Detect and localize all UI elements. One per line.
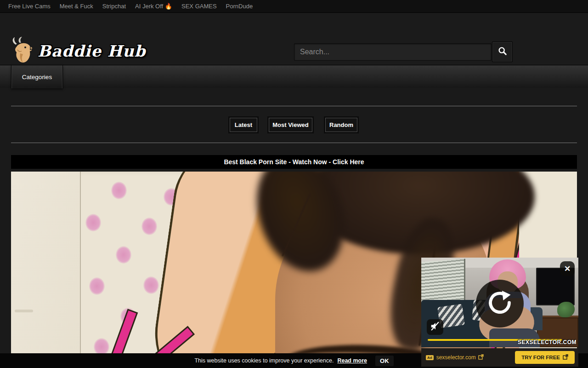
topbar-link-ai-jerk-off[interactable]: AI Jerk Off 🔥 — [130, 0, 177, 13]
polka-dot — [85, 214, 101, 231]
site-title: Baddie Hub — [38, 42, 146, 60]
polka-dot — [143, 276, 159, 294]
divider-top — [11, 106, 577, 106]
ad-site-label: sexselector.com — [436, 354, 476, 361]
ad-site-link[interactable]: sexselector.com — [436, 354, 484, 361]
wall-seam — [80, 172, 81, 368]
ad-plant — [557, 302, 575, 317]
cookie-read-more-link[interactable]: Read more — [337, 357, 367, 364]
search-input[interactable] — [294, 43, 492, 61]
close-icon: ✕ — [564, 264, 571, 274]
cookie-ok-button[interactable]: OK — [375, 356, 394, 366]
tab-latest[interactable]: Latest — [230, 118, 257, 132]
goat-logo-icon — [10, 36, 35, 66]
replay-button[interactable] — [476, 280, 524, 328]
search-button[interactable] — [492, 41, 513, 62]
ad-video-thumbnail[interactable]: ✕ SEXSELECTOR.COM — [421, 258, 578, 347]
polka-dot — [89, 277, 105, 295]
banner-link[interactable]: Best Black Porn Site - Watch Now - Click… — [224, 158, 364, 166]
topbar-link-free-live-cams[interactable]: Free Live Cams — [4, 0, 55, 13]
external-link-icon — [563, 354, 568, 361]
nav-item-categories[interactable]: Categories — [11, 65, 63, 88]
ad-info-bar: Ad sexselector.com TRY FOR FREE — [421, 348, 578, 367]
divider-bottom — [11, 143, 577, 143]
tab-random[interactable]: Random — [325, 118, 357, 132]
topbar: Free Live Cams Meet & Fuck Stripchat AI … — [0, 0, 588, 13]
topbar-link-stripchat[interactable]: Stripchat — [98, 0, 130, 13]
replay-icon — [486, 288, 514, 319]
video-ad-overlay: ✕ SEXSELECTOR.COM Ad sexselector.com — [421, 258, 578, 367]
ad-cta-label: TRY FOR FREE — [521, 355, 560, 360]
main-nav: Categories — [0, 65, 588, 88]
muted-speaker-icon — [430, 321, 440, 333]
text-ad-banner[interactable]: Best Black Porn Site - Watch Now - Click… — [11, 155, 577, 169]
external-link-icon — [478, 354, 484, 361]
mute-button[interactable] — [427, 319, 443, 335]
polka-dot — [111, 182, 127, 199]
polka-dot — [141, 218, 157, 235]
search-icon — [498, 46, 508, 58]
polka-dot — [116, 246, 131, 264]
ad-badge: Ad — [426, 355, 434, 360]
header: Baddie Hub — [0, 13, 588, 65]
topbar-link-meet-and-fuck[interactable]: Meet & Fuck — [55, 0, 98, 13]
topbar-link-sex-games[interactable]: SEX GAMES — [177, 0, 221, 13]
wall-left — [11, 172, 81, 368]
ad-close-button[interactable]: ✕ — [560, 261, 575, 276]
ad-cta-button[interactable]: TRY FOR FREE — [515, 351, 575, 364]
topbar-link-porndude[interactable]: PornDude — [221, 0, 258, 13]
tab-most-viewed[interactable]: Most Viewed — [269, 118, 312, 132]
page: Free Live Cams Meet & Fuck Stripchat AI … — [0, 0, 588, 368]
ad-watermark: SEXSELECTOR.COM — [518, 339, 577, 345]
site-logo[interactable]: Baddie Hub — [10, 36, 146, 66]
wall-mark — [15, 310, 33, 312]
cookie-message: This website uses cookies to improve you… — [194, 357, 334, 364]
